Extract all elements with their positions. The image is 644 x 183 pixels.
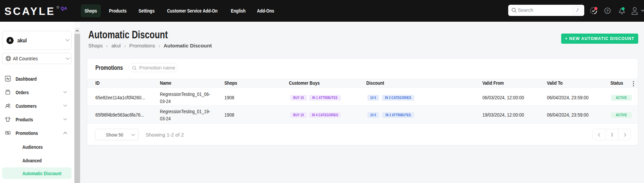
svg-text:?: ? — [606, 9, 609, 13]
